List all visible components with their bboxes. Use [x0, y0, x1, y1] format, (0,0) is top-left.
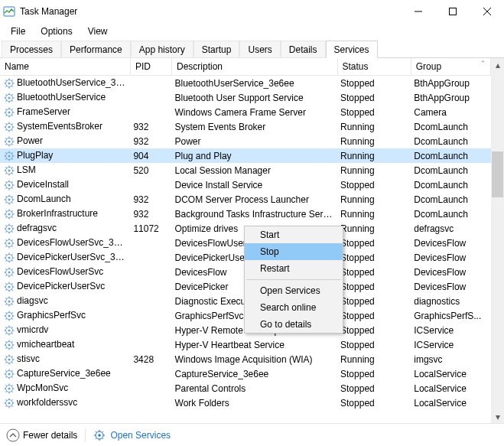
svg-rect-2	[449, 8, 456, 15]
svg-line-204	[11, 356, 12, 356]
svg-line-41	[5, 123, 6, 124]
cell-name: BluetoothUserService_3e6ee	[0, 76, 130, 91]
context-start[interactable]: Start	[245, 226, 343, 243]
cell-pid	[130, 337, 171, 352]
cell-status: Running	[337, 207, 411, 221]
service-name: BluetoothUserService_3e6ee	[17, 77, 130, 88]
table-row[interactable]: stisvc3428Windows Image Acquisition (WIA…	[0, 352, 491, 366]
svg-line-242	[96, 431, 97, 433]
svg-line-161	[5, 298, 6, 298]
cell-group: DcomLaunch	[411, 177, 490, 192]
svg-point-56	[8, 155, 10, 157]
svg-point-6	[8, 82, 10, 84]
table-row[interactable]: BluetoothUserServiceBluetooth User Suppo…	[0, 90, 491, 105]
service-gear-icon	[3, 237, 15, 249]
open-services-button[interactable]: Open Services	[93, 429, 171, 441]
cell-status: Running	[337, 352, 411, 366]
cell-group: DcomLaunch	[411, 207, 490, 221]
minimize-button[interactable]	[401, 0, 435, 23]
svg-point-156	[8, 300, 10, 302]
table-row[interactable]: Power932PowerRunningDcomLaunch	[0, 134, 491, 148]
service-name: SystemEventsBroker	[17, 121, 102, 132]
cell-name: Power	[0, 134, 130, 148]
tab-users[interactable]: Users	[239, 41, 280, 58]
maximize-button[interactable]	[435, 0, 470, 23]
context-restart[interactable]: Restart	[245, 260, 343, 277]
cell-group: imgsvc	[411, 352, 490, 366]
context-go-to-details[interactable]: Go to details	[245, 316, 343, 333]
service-name: defragsvc	[17, 223, 57, 233]
table-row[interactable]: SystemEventsBroker932System Events Broke…	[0, 119, 491, 134]
cell-name: DevicesFlowUserSvc	[0, 265, 130, 279]
cell-description: Local Session Manager	[172, 163, 338, 177]
cell-name: LSM	[0, 163, 130, 177]
service-gear-icon	[3, 368, 15, 380]
context-stop[interactable]: Stop	[245, 243, 343, 260]
table-row[interactable]: PlugPlay904Plug and PlayRunningDcomLaunc…	[0, 148, 491, 163]
table-row[interactable]: vmicheartbeatHyper-V Heartbeat ServiceSt…	[0, 337, 491, 352]
table-row[interactable]: BrokerInfrastructure932Background Tasks …	[0, 207, 491, 221]
col-name[interactable]: Name	[0, 58, 130, 76]
cell-pid: 932	[130, 119, 171, 134]
scrollbar-thumb[interactable]	[492, 151, 503, 197]
table-row[interactable]: workfolderssvcWork FoldersStoppedLocalSe…	[0, 396, 491, 410]
tab-services[interactable]: Services	[326, 41, 378, 58]
tab-processes[interactable]: Processes	[2, 41, 61, 58]
svg-line-214	[11, 370, 12, 371]
col-pid[interactable]: PID	[130, 58, 171, 76]
service-name: FrameServer	[17, 106, 70, 117]
cell-status: Stopped	[337, 294, 411, 308]
service-gear-icon	[3, 324, 15, 337]
col-status[interactable]: Status	[337, 58, 411, 76]
svg-line-245	[102, 431, 104, 433]
cell-status: Running	[337, 134, 411, 148]
tab-details[interactable]: Details	[281, 41, 326, 58]
tab-app-history[interactable]: App history	[131, 41, 193, 58]
svg-point-126	[8, 256, 10, 259]
cell-name: SystemEventsBroker	[0, 119, 130, 134]
close-button[interactable]	[470, 0, 504, 23]
tab-performance[interactable]: Performance	[61, 41, 131, 58]
col-description[interactable]: Description	[172, 58, 338, 76]
table-row[interactable]: DeviceInstallDevice Install ServiceStopp…	[0, 177, 491, 192]
menu-file[interactable]: File	[3, 24, 33, 38]
vertical-scrollbar[interactable]: ▴ ▾	[491, 58, 504, 423]
cell-status: Stopped	[337, 323, 411, 337]
cell-group: DcomLaunch	[411, 134, 490, 148]
svg-line-22	[11, 100, 12, 101]
svg-line-222	[11, 391, 12, 392]
cell-group: LocalService	[411, 396, 490, 410]
cell-group: DevicesFlow	[411, 279, 490, 294]
svg-line-243	[102, 438, 104, 439]
menu-options[interactable]: Options	[33, 24, 80, 38]
col-group[interactable]: Group⌃	[411, 58, 490, 76]
tab-startup[interactable]: Startup	[193, 41, 240, 58]
table-row[interactable]: FrameServerWindows Camera Frame ServerSt…	[0, 105, 491, 119]
table-row[interactable]: WpcMonSvcParental ControlsStoppedLocalSe…	[0, 381, 491, 396]
table-row[interactable]: DcomLaunch932DCOM Server Process Launche…	[0, 192, 491, 207]
table-row[interactable]: LSM520Local Session ManagerRunningDcomLa…	[0, 163, 491, 177]
table-row[interactable]: BluetoothUserService_3e6eeBluetoothUserS…	[0, 76, 491, 91]
fewer-details-button[interactable]: Fewer details	[6, 428, 77, 442]
cell-description: DCOM Server Process Launcher	[172, 192, 338, 207]
svg-point-46	[8, 140, 10, 142]
svg-line-42	[11, 129, 12, 130]
cell-pid	[130, 105, 171, 119]
svg-point-26	[8, 111, 10, 113]
context-search-online[interactable]: Search online	[245, 299, 343, 316]
svg-point-237	[99, 434, 101, 436]
scroll-down-icon[interactable]: ▾	[491, 410, 504, 423]
svg-line-82	[11, 187, 12, 188]
table-row[interactable]: CaptureService_3e6eeCaptureService_3e6ee…	[0, 366, 491, 381]
svg-line-102	[11, 216, 12, 217]
svg-line-231	[5, 399, 6, 400]
svg-line-192	[11, 347, 12, 348]
scroll-up-icon[interactable]: ▴	[491, 58, 504, 71]
cell-group: BthAppGroup	[411, 76, 490, 91]
menu-view[interactable]: View	[80, 24, 115, 38]
svg-line-211	[5, 370, 6, 371]
context-open-services[interactable]: Open Services	[245, 282, 343, 299]
svg-line-103	[5, 216, 6, 217]
cell-status: Stopped	[337, 177, 411, 192]
svg-line-81	[5, 181, 6, 182]
